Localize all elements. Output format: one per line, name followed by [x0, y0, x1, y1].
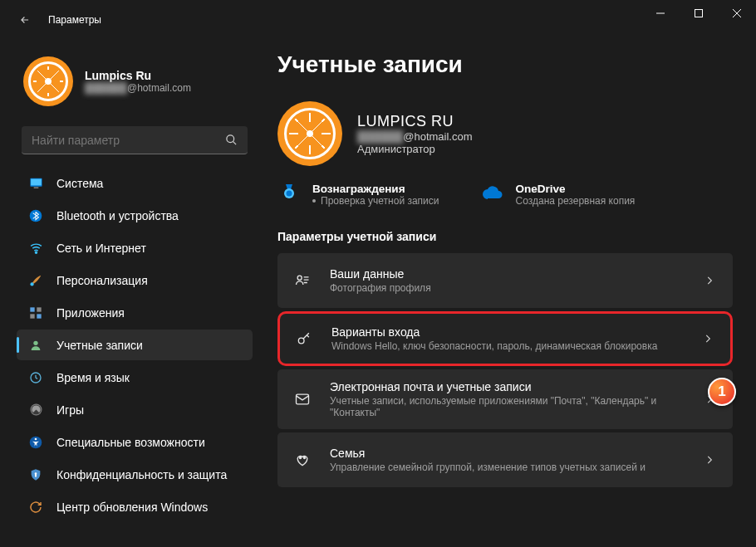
medal-icon	[277, 183, 301, 203]
sidebar-item-label: Специальные возможности	[56, 436, 205, 449]
orange-icon	[284, 108, 336, 159]
sidebar-item-gaming[interactable]: Игры	[17, 394, 253, 425]
card-email-accounts[interactable]: Электронная почта и учетные записи Учетн…	[277, 369, 733, 429]
svg-point-25	[300, 457, 302, 459]
svg-point-22	[297, 276, 302, 280]
card-subtitle: Управление семейной группой, изменение т…	[330, 462, 685, 473]
svg-rect-10	[30, 314, 34, 318]
sidebar-item-label: Время и язык	[56, 371, 130, 384]
card-subtitle: Windows Hello, ключ безопасности, пароль…	[331, 340, 684, 352]
minimize-button[interactable]	[641, 0, 680, 27]
svg-rect-8	[30, 307, 34, 311]
sidebar-item-label: Учетные записи	[56, 339, 143, 352]
svg-rect-9	[37, 307, 41, 311]
card-title: Ваши данные	[330, 267, 685, 281]
tile-subtitle: Создана резервная копия	[516, 195, 636, 207]
account-display-name: LUMPICS RU	[357, 113, 473, 130]
accessibility-icon	[28, 435, 43, 450]
account-role: Администратор	[357, 143, 473, 155]
svg-rect-11	[37, 314, 41, 318]
chevron-right-icon	[704, 454, 715, 466]
apps-icon	[28, 305, 43, 320]
window-title: Параметры	[48, 14, 101, 26]
sidebar-item-system[interactable]: Система	[17, 168, 253, 198]
sidebar-item-bluetooth[interactable]: Bluetooth и устройства	[17, 200, 253, 231]
family-icon	[293, 451, 312, 469]
tile-title: Вознаграждения	[312, 183, 439, 195]
account-header: LUMPICS RU ██████@hotmail.com Администра…	[277, 101, 733, 166]
svg-point-7	[30, 282, 33, 286]
svg-point-17	[35, 437, 37, 440]
search-input[interactable]	[32, 134, 225, 147]
sidebar-item-personalization[interactable]: Персонализация	[17, 265, 253, 295]
wifi-icon	[28, 241, 43, 256]
search-icon	[225, 134, 238, 146]
sidebar-item-label: Центр обновления Windows	[56, 501, 208, 514]
profile-email: ██████@hotmail.com	[85, 82, 191, 94]
sidebar-item-label: Bluetooth и устройства	[56, 209, 179, 222]
sidebar-item-label: Конфиденциальность и защита	[56, 468, 227, 481]
card-title: Варианты входа	[331, 325, 684, 339]
svg-rect-4	[33, 187, 38, 188]
sidebar-item-label: Сеть и Интернет	[56, 242, 146, 255]
sidebar-item-label: Игры	[56, 403, 84, 417]
sidebar-item-update[interactable]: Центр обновления Windows	[17, 491, 253, 522]
svg-point-21	[287, 191, 292, 197]
sidebar: Lumpics Ru ██████@hotmail.com Система Bl…	[0, 40, 263, 547]
svg-rect-0	[695, 10, 703, 17]
sidebar-item-network[interactable]: Сеть и Интернет	[17, 232, 253, 263]
bluetooth-icon	[28, 208, 43, 223]
card-sign-in-options[interactable]: Варианты входа Windows Hello, ключ безоп…	[277, 311, 733, 366]
sidebar-item-label: Система	[56, 177, 103, 190]
close-button[interactable]	[718, 0, 756, 27]
avatar	[23, 56, 73, 106]
card-title: Электронная почта и учетные записи	[330, 380, 685, 393]
sidebar-item-accessibility[interactable]: Специальные возможности	[17, 427, 253, 457]
tile-onedrive[interactable]: OneDrive Создана резервная копия	[481, 183, 636, 207]
account-tiles: Вознаграждения Проверка учетной записи O…	[277, 183, 733, 207]
card-subtitle: Фотография профиля	[330, 282, 685, 294]
mail-icon	[293, 390, 312, 408]
sidebar-item-apps[interactable]: Приложения	[17, 297, 253, 328]
gamepad-icon	[28, 403, 43, 418]
window-controls	[641, 0, 756, 27]
search-box[interactable]	[22, 126, 248, 154]
svg-rect-3	[31, 179, 42, 186]
nav-list: Система Bluetooth и устройства Сеть и Ин…	[17, 168, 253, 522]
sidebar-item-label: Приложения	[56, 306, 125, 320]
card-family[interactable]: Семья Управление семейной группой, измен…	[277, 432, 733, 487]
svg-rect-24	[297, 394, 309, 404]
chevron-right-icon	[704, 275, 715, 286]
clock-icon	[28, 370, 43, 385]
card-subtitle: Учетные записи, используемые приложениям…	[330, 395, 685, 418]
update-icon	[28, 500, 43, 515]
svg-point-26	[304, 457, 306, 459]
card-title: Семья	[330, 447, 685, 460]
section-label: Параметры учетной записи	[277, 230, 733, 243]
sidebar-profile[interactable]: Lumpics Ru ██████@hotmail.com	[17, 40, 253, 126]
account-avatar	[277, 101, 342, 166]
sidebar-item-time[interactable]: Время и язык	[17, 362, 253, 393]
person-icon	[28, 338, 43, 353]
back-button[interactable]	[17, 12, 33, 28]
profile-name: Lumpics Ru	[85, 69, 191, 82]
maximize-button[interactable]	[680, 0, 718, 27]
tile-subtitle: Проверка учетной записи	[312, 195, 439, 207]
page-title: Учетные записи	[277, 51, 733, 78]
tile-rewards[interactable]: Вознаграждения Проверка учетной записи	[277, 183, 439, 207]
account-email: ██████@hotmail.com	[357, 130, 473, 143]
id-icon	[293, 271, 312, 290]
sidebar-item-privacy[interactable]: Конфиденциальность и защита	[17, 459, 253, 490]
sidebar-item-accounts[interactable]: Учетные записи	[17, 330, 253, 360]
card-your-info[interactable]: Ваши данные Фотография профиля	[277, 253, 733, 308]
chevron-right-icon	[702, 333, 714, 344]
display-icon	[28, 176, 43, 191]
svg-point-12	[33, 340, 37, 344]
settings-cards: Ваши данные Фотография профиля Варианты …	[277, 253, 733, 487]
annotation-badge-1: 1	[708, 378, 736, 406]
svg-point-1	[227, 135, 234, 143]
shield-icon	[28, 467, 43, 482]
brush-icon	[28, 273, 43, 288]
sidebar-item-label: Персонализация	[56, 274, 148, 287]
orange-icon	[28, 61, 68, 101]
